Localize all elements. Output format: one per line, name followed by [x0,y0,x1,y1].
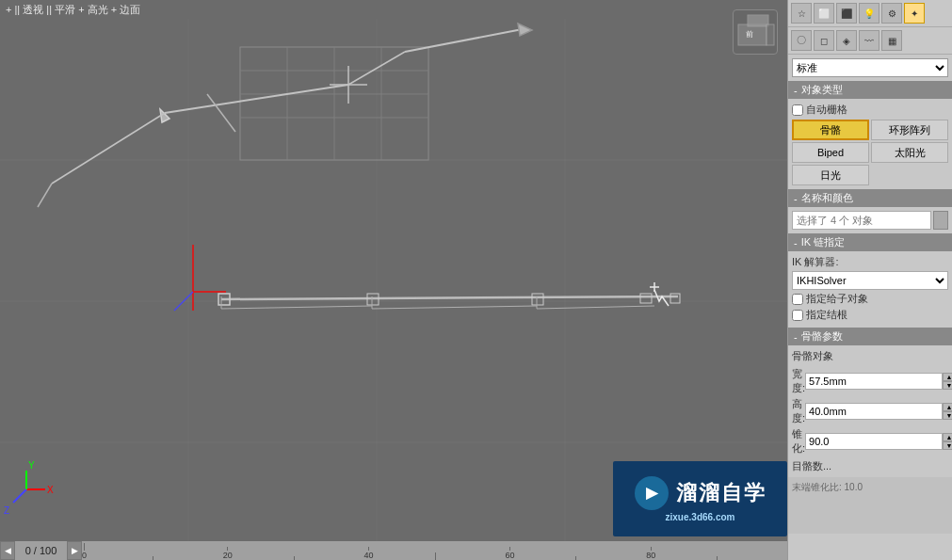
bone-extra-label: 目骼数... [792,459,948,473]
panel-toolbar-bottom: 〇 ◻ ◈ 〰 ▦ [788,27,952,55]
obj-btn-bone-label: 骨骼 [820,123,841,137]
ik-solver-select[interactable]: IKHISolver [792,271,948,290]
bone-width-label: 宽度: [792,367,805,395]
panel-extra-text: 末端锥化比: 10.0 [788,477,952,498]
section-minus2: - [794,193,798,204]
bone-taper-input[interactable] [805,433,943,450]
watermark-title: 溜溜自学 [676,479,766,507]
timeline-prev-btn[interactable]: ◀ [0,541,15,560]
section-name-color-body [788,207,952,233]
ik-root-label: 指定结根 [806,308,847,322]
icon-btn-cylinder[interactable]: ◈ [836,30,857,51]
icon-btn-light[interactable]: 💡 [859,3,879,24]
bone-taper-row: 锥化: ▲ ▼ % [792,427,948,456]
section-title-bone: 骨骼参数 [801,329,843,344]
viewport[interactable]: + || 透视 || 平滑 + 高光 + 边面 [0,0,787,560]
bone-taper-up[interactable]: ▲ [943,433,952,441]
ruler-tick-60: 60 [505,547,514,560]
watermark-icon: ▶ [635,476,669,510]
timeline-ruler: ◀ 0 / 100 ▶ 020406080100 [0,541,787,560]
svg-text:前: 前 [746,30,753,39]
bone-height-label: 高度: [792,397,805,425]
standard-select[interactable]: 标准 [792,58,948,77]
section-name-color: - 名称和颜色 [788,189,952,233]
panel-toolbar-top: ☆ ⬜ ⬛ 💡 ⚙ ✦ [788,0,952,27]
obj-btn-biped[interactable]: Biped [792,142,869,163]
bone-width-down[interactable]: ▼ [943,381,952,390]
watermark: ▶ 溜溜自学 zixue.3d66.com [613,461,787,536]
ik-solver-label: IK 解算器: [792,255,948,269]
auto-grid-checkbox[interactable] [792,104,803,116]
bone-width-up[interactable]: ▲ [943,373,952,381]
icon-btn-sphere[interactable]: 〇 [791,30,812,51]
section-ik-chain: - IK 链指定 IK 解算器: IKHISolver 指定给子对象 [788,233,952,328]
icon-btn-box[interactable]: ◻ [814,30,834,51]
panel-dropdown[interactable]: 标准 [792,58,948,77]
auto-grid-label[interactable]: 自动栅格 [792,103,847,117]
ik-check-root-row: 指定结根 [792,308,948,322]
bone-height-down[interactable]: ▼ [943,411,952,420]
timeline-next-btn[interactable]: ▶ [67,541,82,560]
obj-btn-ring-label: 环形阵列 [889,123,930,137]
ruler-tick-0: 0 [82,543,87,560]
obj-btn-daylight[interactable]: 日光 [792,165,869,185]
panel-scroll[interactable]: - 对象类型 自动栅格 骨骼 环形 [788,81,952,560]
section-title-ik: IK 链指定 [801,235,845,249]
watermark-url: zixue.3d66.com [666,512,735,522]
section-object-type: - 对象类型 自动栅格 骨骼 环形 [788,81,952,189]
bone-width-row: 宽度: ▲ ▼ [792,367,948,395]
svg-text:Z: Z [4,505,9,516]
obj-btn-daylight-label: 日光 [820,168,841,183]
ik-child-label: 指定给子对象 [806,292,868,306]
ik-check-child-row: 指定给子对象 [792,292,948,306]
section-bone-params: - 骨骼参数 骨骼对象 宽度: ▲ ▼ [788,328,952,477]
bone-height-up[interactable]: ▲ [943,403,952,411]
section-title-object-type: 对象类型 [801,83,843,97]
ruler-tick-20: 20 [223,547,233,560]
bone-height-input[interactable] [805,403,943,420]
obj-btn-ring[interactable]: 环形阵列 [871,120,948,140]
icon-btn-wave[interactable]: 〰 [859,30,879,51]
section-minus4: - [794,331,798,343]
timeline-ticks: 020406080100 [82,541,787,560]
bone-width-input[interactable] [805,373,943,390]
right-panel: ☆ ⬜ ⬛ 💡 ⚙ ✦ 〇 ◻ ◈ 〰 ▦ 标准 - 对象类型 [787,0,952,560]
section-minus3: - [794,237,798,248]
color-picker-btn[interactable] [933,211,948,230]
timeline-time: 0 / 100 [15,545,67,556]
ik-child-checkbox[interactable] [792,294,803,305]
svg-text:Y: Y [28,460,35,471]
section-object-type-header: - 对象类型 [788,81,952,99]
ruler-tick-80: 80 [646,547,655,560]
icon-btn-helper[interactable]: ⚙ [881,3,902,24]
auto-grid-row: 自动栅格 [792,103,948,117]
icon-btn-star[interactable]: ☆ [791,3,812,24]
section-bone-params-header: - 骨骼参数 [788,328,952,345]
timeline-left: ◀ 0 / 100 ▶ [0,541,82,560]
icon-btn-modifier[interactable]: ✦ [904,3,925,24]
panel-scroll-extra: 末端锥化比: 10.0 [788,477,952,534]
icon-btn-particles[interactable]: ▦ [881,30,902,51]
obj-btn-sun-label: 太阳光 [895,146,926,160]
bone-height-row: 高度: ▲ ▼ [792,397,948,425]
icon-btn-camera[interactable]: ⬜ [814,3,834,24]
ruler-tick-90 [717,556,718,560]
auto-grid-text: 自动栅格 [806,103,847,117]
viewport-header: + || 透视 || 平滑 + 高光 + 边面 [0,0,787,19]
svg-text:X: X [47,485,54,495]
section-ik-chain-body: IK 解算器: IKHISolver 指定给子对象 指定结根 [788,251,952,328]
ruler-tick-10 [153,556,153,560]
section-name-color-header: - 名称和颜色 [788,189,952,207]
bone-taper-label: 锥化: [792,427,805,456]
ik-root-checkbox[interactable] [792,310,803,321]
section-minus: - [794,85,798,96]
viewport-label: + || 透视 || 平滑 + 高光 + 边面 [6,3,140,17]
obj-btn-bone[interactable]: 骨骼 [792,120,869,140]
ruler-tick-70 [575,556,576,560]
icon-btn-cube[interactable]: ⬛ [836,3,857,24]
bone-taper-down[interactable]: ▼ [943,441,952,450]
name-input-field[interactable] [792,211,931,230]
object-type-grid: 骨骼 环形阵列 Biped 太阳光 日光 [792,120,948,185]
obj-btn-sun[interactable]: 太阳光 [871,142,948,163]
section-title-name-color: 名称和颜色 [801,191,853,205]
